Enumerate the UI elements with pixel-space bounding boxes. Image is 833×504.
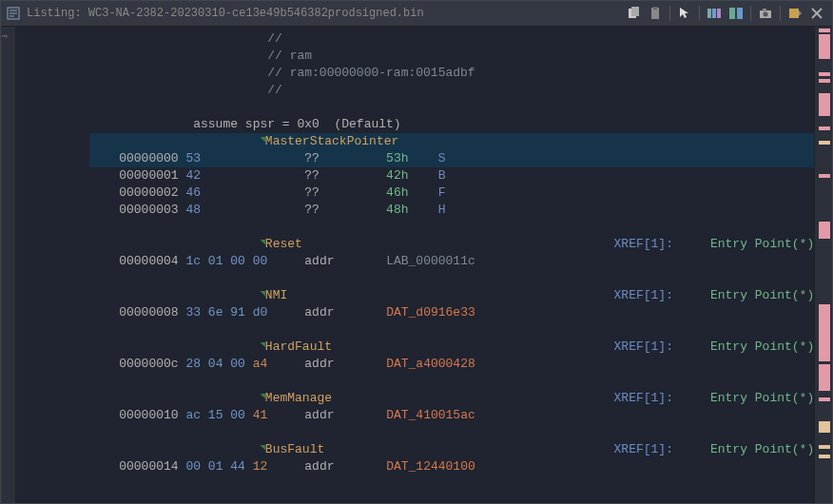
hex-value: 42h <box>386 168 408 183</box>
address: 00000002 <box>119 185 178 200</box>
bytes: 28 04 00 <box>185 357 252 371</box>
bytes: 46 <box>185 185 201 200</box>
xref[interactable]: XREF[1]: <box>614 339 673 354</box>
bytes-lit: 41 <box>253 408 268 422</box>
ascii-value: F <box>438 185 446 200</box>
mnemonic: ?? <box>304 185 320 200</box>
marker-icon: ◥ <box>260 238 264 247</box>
label-nmi[interactable]: NMI <box>265 288 287 302</box>
close-button[interactable] <box>806 4 827 23</box>
entry-point[interactable]: Entry Point(*) <box>710 339 814 354</box>
operand-ref[interactable]: DAT_12440100 <box>386 459 475 474</box>
svg-rect-16 <box>789 9 799 18</box>
operand-ref[interactable]: DAT_410015ac <box>386 408 475 422</box>
label-reset[interactable]: Reset <box>265 237 302 251</box>
label-msp[interactable]: MasterStackPointer <box>265 134 398 148</box>
entry-point[interactable]: Entry Point(*) <box>710 288 814 302</box>
bytes: 00 01 44 <box>185 459 252 474</box>
mnemonic: ?? <box>304 151 320 165</box>
bytes-lit: 12 <box>253 459 268 474</box>
main-area: ⇨ // // ram // ram:00000000-ram:0015adbf… <box>0 27 833 504</box>
listing-view[interactable]: // // ram // ram:00000000-ram:0015adbf /… <box>89 27 814 504</box>
xref[interactable]: XREF[1]: <box>614 288 673 302</box>
address: 00000014 <box>119 459 178 474</box>
comment-line: // <box>267 83 282 97</box>
mnemonic: addr <box>304 408 334 422</box>
mnemonic: addr <box>304 357 334 371</box>
mnemonic: addr <box>304 459 334 474</box>
ascii-value: H <box>438 203 446 217</box>
titlebar: Listing: WC3-NA-2382-20230310-ce13e49b54… <box>0 0 833 27</box>
bytes: 53 <box>185 151 201 165</box>
menu-button[interactable] <box>785 4 805 23</box>
svg-rect-9 <box>712 9 716 18</box>
address: 00000010 <box>119 408 178 422</box>
toolbar <box>623 4 827 23</box>
entry-point[interactable]: Entry Point(*) <box>710 391 814 405</box>
hex-value: 46h <box>386 185 408 200</box>
ascii-value: S <box>438 151 446 165</box>
marker-icon: ◥ <box>260 392 264 401</box>
address: 00000003 <box>119 203 178 217</box>
hex-value: 53h <box>386 151 408 165</box>
snapshot-button[interactable] <box>755 4 776 23</box>
cursor-button[interactable] <box>674 4 695 23</box>
mnemonic: ?? <box>304 168 320 183</box>
listing-content: // // ram // ram:00000000-ram:0015adbf /… <box>89 27 814 475</box>
operand-ref[interactable]: LAB_0000011c <box>386 254 475 268</box>
marker-icon: ◥ <box>260 135 264 145</box>
comment-line: // ram <box>267 48 312 63</box>
window-title: Listing: WC3-NA-2382-20230310-ce13e49b54… <box>27 7 623 20</box>
entry-point[interactable]: Entry Point(*) <box>710 442 814 456</box>
bytes: ac 15 00 <box>185 408 252 422</box>
address: 0000000c <box>119 357 178 371</box>
comment-line: // ram:00000000-ram:0015adbf <box>267 66 475 80</box>
gutter: ⇨ <box>0 27 16 504</box>
bytes-lit: a4 <box>253 357 268 371</box>
diff-button[interactable] <box>726 4 746 23</box>
fields-button[interactable] <box>704 4 725 23</box>
mnemonic: ?? <box>304 203 320 217</box>
ascii-value: B <box>438 168 446 183</box>
paste-button[interactable] <box>645 4 666 23</box>
svg-rect-5 <box>631 7 639 16</box>
svg-rect-8 <box>707 9 711 18</box>
xref[interactable]: XREF[1]: <box>614 391 673 405</box>
operand-ref[interactable]: DAT_a4000428 <box>386 357 475 371</box>
listing-icon <box>6 6 21 21</box>
copy-button[interactable] <box>623 4 644 23</box>
marker-icon: ◥ <box>260 289 264 299</box>
svg-point-14 <box>764 11 768 16</box>
mnemonic: addr <box>304 254 334 268</box>
svg-rect-7 <box>653 7 657 10</box>
svg-rect-15 <box>763 9 766 11</box>
bytes: 42 <box>185 168 201 183</box>
address: 00000008 <box>119 305 178 320</box>
svg-rect-10 <box>717 9 721 18</box>
xref[interactable]: XREF[1]: <box>614 237 673 251</box>
svg-rect-11 <box>729 8 735 19</box>
operand-ref[interactable]: DAT_d0916e33 <box>386 305 475 320</box>
label-memmanage[interactable]: MemManage <box>265 391 332 405</box>
bytes: 48 <box>185 203 201 217</box>
label-hardfault[interactable]: HardFault <box>265 339 332 354</box>
xref[interactable]: XREF[1]: <box>614 442 673 456</box>
bytes: 33 6e 91 d0 <box>185 305 267 320</box>
address: 00000000 <box>119 151 178 165</box>
svg-rect-12 <box>737 8 743 19</box>
marker-icon: ◥ <box>260 340 264 350</box>
address: 00000004 <box>119 254 178 268</box>
marker-icon: ◥ <box>260 443 264 453</box>
hex-value: 48h <box>386 203 408 217</box>
label-busfault[interactable]: BusFault <box>265 442 324 456</box>
assume-directive: assume spsr = 0x0 (Default) <box>193 117 400 131</box>
arrow-icon: ⇨ <box>2 30 8 42</box>
address: 00000001 <box>119 168 178 183</box>
bytes: 1c 01 00 00 <box>185 254 267 268</box>
left-margin <box>16 27 89 504</box>
comment-line: // <box>267 31 282 46</box>
overview-ruler[interactable] <box>814 27 833 504</box>
mnemonic: addr <box>304 305 334 320</box>
entry-point[interactable]: Entry Point(*) <box>710 237 814 251</box>
